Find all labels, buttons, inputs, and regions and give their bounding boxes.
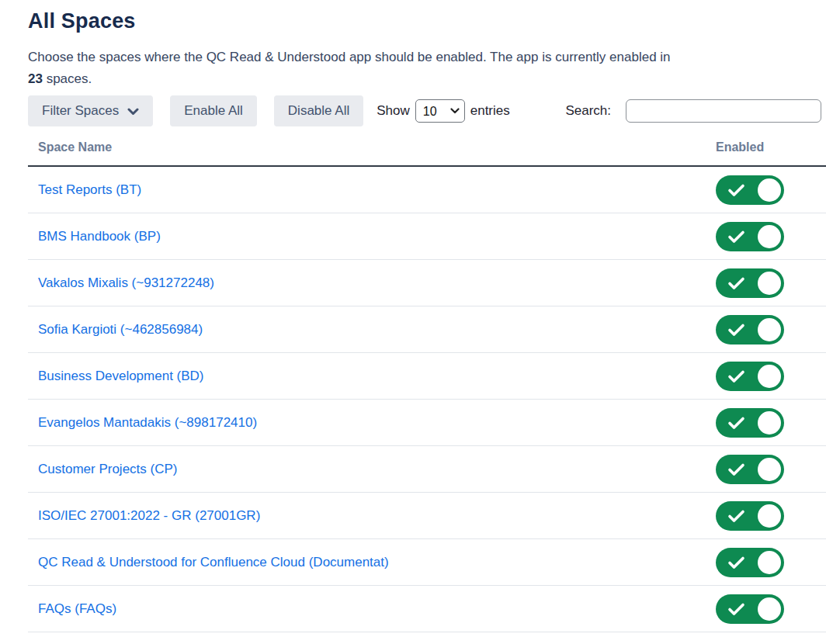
filter-spaces-label: Filter Spaces [42, 103, 119, 119]
toggle-knob [758, 318, 781, 341]
table-row: Sofia Kargioti (~462856984) [28, 306, 826, 353]
space-name-cell: FAQs (FAQs) [38, 601, 716, 617]
entries-select-wrap: 10 [415, 99, 465, 123]
check-icon [727, 462, 745, 476]
space-name-cell: Business Development (BD) [38, 369, 716, 384]
table-row: QC Read & Understood for Confluence Clou… [28, 539, 826, 586]
check-icon [727, 556, 745, 569]
chevron-down-icon [127, 108, 139, 116]
check-icon [727, 183, 745, 196]
table-row: Customer Projects (CP) [28, 446, 826, 493]
space-name-cell: QC Read & Understood for Confluence Clou… [38, 555, 716, 570]
space-name-cell: Test Reports (BT) [38, 182, 716, 198]
check-icon [727, 323, 745, 336]
space-name-cell: Vakalos Mixalis (~931272248) [38, 275, 716, 291]
enabled-cell [716, 548, 826, 577]
enabled-cell [716, 175, 826, 205]
space-link[interactable]: Evangelos Mantadakis (~898172410) [38, 415, 257, 430]
disable-all-button[interactable]: Disable All [274, 95, 363, 126]
search-label: Search: [565, 103, 611, 119]
page-title: All Spaces [28, 9, 826, 33]
search-input[interactable] [626, 99, 821, 123]
table-row: FAQs (FAQs) [28, 586, 826, 632]
enabled-cell [716, 315, 826, 345]
enabled-toggle[interactable] [716, 594, 784, 624]
space-link[interactable]: Vakalos Mixalis (~931272248) [38, 275, 214, 290]
check-icon [727, 230, 745, 243]
page-description: Choose the spaces where the QC Read & Un… [28, 47, 826, 90]
description-suffix: spaces. [43, 71, 92, 86]
check-icon [727, 276, 745, 289]
toggle-knob [758, 178, 781, 202]
space-name-cell: Evangelos Mantadakis (~898172410) [38, 415, 716, 431]
space-link[interactable]: FAQs (FAQs) [38, 601, 116, 616]
enable-all-button[interactable]: Enable All [170, 95, 257, 126]
enabled-toggle[interactable] [716, 501, 784, 531]
table-row: Vakalos Mixalis (~931272248) [28, 260, 826, 306]
search-control: Search: [565, 99, 821, 123]
space-link[interactable]: Business Development (BD) [38, 369, 204, 383]
space-link[interactable]: Test Reports (BT) [38, 182, 141, 197]
table-row: Business Development (BD) [28, 353, 826, 400]
space-link[interactable]: Customer Projects (CP) [38, 462, 177, 476]
table-row: Test Reports (BT) [28, 167, 826, 213]
enabled-count: 23 [28, 71, 43, 86]
enabled-toggle[interactable] [716, 268, 784, 298]
check-icon [727, 416, 745, 429]
toggle-knob [758, 458, 781, 481]
toggle-knob [758, 225, 781, 248]
toggle-knob [758, 597, 781, 621]
entries-label: entries [470, 103, 510, 119]
enabled-cell [716, 455, 826, 484]
enabled-toggle[interactable] [716, 175, 784, 205]
check-icon [727, 509, 745, 522]
enabled-cell [716, 594, 826, 624]
enabled-toggle[interactable] [716, 315, 784, 345]
column-header-space-name: Space Name [38, 140, 716, 154]
page-length-control: Show 10 entries [377, 99, 510, 123]
table-header-row: Space Name Enabled [28, 130, 826, 167]
space-link[interactable]: QC Read & Understood for Confluence Clou… [38, 555, 389, 570]
space-name-cell: ISO/IEC 27001:2022 - GR (27001GR) [38, 508, 716, 524]
enabled-toggle[interactable] [716, 362, 784, 391]
toggle-knob [758, 411, 781, 435]
toggle-knob [758, 551, 781, 574]
space-link[interactable]: Sofia Kargioti (~462856984) [38, 322, 203, 337]
enabled-toggle[interactable] [716, 408, 784, 438]
check-icon [727, 369, 745, 383]
enabled-toggle[interactable] [716, 222, 784, 251]
spaces-table: Space Name Enabled Test Reports (BT)BMS … [28, 130, 826, 632]
table-row: Evangelos Mantadakis (~898172410) [28, 400, 826, 446]
toggle-knob [758, 504, 781, 528]
table-row: ISO/IEC 27001:2022 - GR (27001GR) [28, 493, 826, 539]
space-name-cell: BMS Handbook (BP) [38, 229, 716, 244]
space-link[interactable]: ISO/IEC 27001:2022 - GR (27001GR) [38, 508, 260, 523]
check-icon [727, 602, 745, 615]
enabled-toggle[interactable] [716, 548, 784, 577]
space-link[interactable]: BMS Handbook (BP) [38, 229, 161, 244]
all-spaces-page: All Spaces Choose the spaces where the Q… [0, 0, 826, 632]
enabled-cell [716, 268, 826, 298]
description-text: Choose the spaces where the QC Read & Un… [28, 50, 671, 64]
column-header-enabled: Enabled [716, 140, 826, 154]
filter-spaces-button[interactable]: Filter Spaces [28, 95, 153, 126]
show-label: Show [377, 103, 410, 119]
toggle-knob [758, 272, 781, 295]
table-row: BMS Handbook (BP) [28, 213, 826, 260]
space-name-cell: Sofia Kargioti (~462856984) [38, 322, 716, 338]
entries-select[interactable]: 10 [415, 99, 465, 123]
enabled-cell [716, 222, 826, 251]
space-name-cell: Customer Projects (CP) [38, 462, 716, 477]
table-body: Test Reports (BT)BMS Handbook (BP)Vakalo… [28, 167, 826, 632]
enabled-cell [716, 362, 826, 391]
enabled-toggle[interactable] [716, 455, 784, 484]
enabled-cell [716, 501, 826, 531]
enabled-cell [716, 408, 826, 438]
toolbar: Filter Spaces Enable All Disable All Sho… [28, 95, 826, 126]
toggle-knob [758, 365, 781, 388]
